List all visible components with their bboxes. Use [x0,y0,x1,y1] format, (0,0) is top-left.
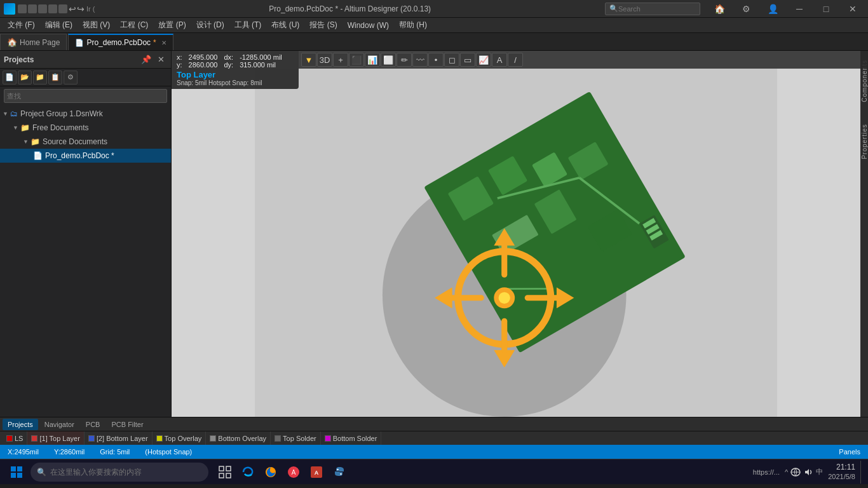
status-panels[interactable]: Panels [836,448,863,456]
menu-reports[interactable]: 报告 (S) [304,18,342,33]
tree-item-group[interactable]: ▼ 🗂 Project Group 1.DsnWrk [0,107,171,121]
bottom-tab-pcb[interactable]: PCB [81,419,105,430]
layer-color-top [31,435,37,442]
layer-bottom-overlay[interactable]: Bottom Overlay [206,431,271,445]
taskbar-clock[interactable]: 21:11 2021/5/8 [828,463,855,482]
status-y[interactable]: Y:2860mil [51,448,87,456]
project-search-input[interactable] [4,89,167,103]
start-button[interactable] [5,461,28,484]
tree-item-free[interactable]: ▼ 📁 Free Documents [0,121,171,135]
pcbdoc-icon: 📄 [33,151,43,160]
close-button[interactable]: ✕ [840,0,865,18]
taskbar-app-task-view[interactable] [214,461,236,484]
tb-icon-5[interactable] [58,4,67,13]
layer-label-ls: LS [15,435,23,442]
layer-top-overlay[interactable]: Top Overlay [153,431,207,445]
panel-toolbar: 📄 📂 📁 📋 ⚙ [0,69,171,86]
tab-home[interactable]: 🏠 Home Page [0,34,67,50]
menu-place[interactable]: 放置 (P) [153,18,191,33]
undo-redo[interactable]: ↩ ↪ [69,4,81,13]
layer-bottom[interactable]: [2] Bottom Layer [85,431,153,445]
panel-tb-btn-2[interactable]: 📂 [18,71,32,85]
pcb-3d-btn[interactable]: 3D [317,53,332,67]
panel-pin-button[interactable]: 📌 [140,53,153,66]
y-value: 2860.000 [189,61,218,69]
taskbar-app-python[interactable] [328,461,351,484]
account-button[interactable]: 👤 [760,0,785,18]
menu-help[interactable]: 帮助 (H) [394,18,432,33]
pcb-rect-btn[interactable]: ▭ [460,53,475,67]
status-grid[interactable]: Grid: 5mil [97,448,132,456]
status-x[interactable]: X:2495mil [5,448,41,456]
pcb-track-btn[interactable]: ⬛ [349,53,364,67]
panel-close-button[interactable]: ✕ [154,53,167,66]
panel-tb-btn-4[interactable]: 📋 [48,71,62,85]
pcb-filter-btn[interactable]: ▼ [301,53,316,67]
taskbar-search-box[interactable]: 🔍 [31,463,208,482]
taskbar-app-edge[interactable] [236,461,259,484]
show-desktop-button[interactable] [860,461,863,484]
canvas-area[interactable]: x: 2495.000 dx: -1285.000 mil y: 2860.00… [172,51,868,417]
svg-rect-33 [219,473,224,478]
taskbar-lang[interactable]: 中 [816,467,823,477]
tb-icon-1[interactable] [18,4,27,13]
pcb-board-svg [172,69,860,417]
taskbar-app-app1[interactable]: A [282,461,305,484]
panel-tb-btn-1[interactable]: 📄 [3,71,17,85]
panel-tb-btn-5[interactable]: ⚙ [64,71,78,85]
pcb-dot-btn[interactable]: • [428,53,444,67]
menu-design[interactable]: 设计 (D) [191,18,229,33]
menu-routing[interactable]: 布线 (U) [266,18,304,33]
search-input[interactable] [618,5,688,13]
search-box[interactable]: 🔍 [605,3,700,15]
app1-icon: A [287,465,301,479]
bottom-tab-navigator[interactable]: Navigator [39,419,79,430]
menu-view[interactable]: 视图 (V) [78,18,115,33]
pcb-text-btn[interactable]: A [492,53,507,67]
menu-project[interactable]: 工程 (C) [115,18,153,33]
taskbar-search-input[interactable] [50,468,190,477]
layer-top[interactable]: [1] Top Layer [27,431,84,445]
tb-icon-2[interactable] [28,4,37,13]
tb-icon-3[interactable] [38,4,47,13]
pcb-pad-btn[interactable]: ◻ [444,53,459,67]
tab-close-button[interactable]: ✕ [161,39,166,46]
panel-actions: 📌 ✕ [140,53,167,66]
titlebar-right: 🔍 🏠 ⚙ 👤 ─ □ ✕ [605,0,868,18]
properties-panel-tab[interactable]: Properties [860,120,869,163]
layer-top-solder[interactable]: Top Solder [271,431,321,445]
maximize-button[interactable]: □ [813,0,839,18]
tb-icon-4[interactable] [48,4,57,13]
bottom-tab-projects[interactable]: Projects [3,419,38,430]
panel-tb-btn-3[interactable]: 📁 [33,71,47,85]
pcb-edit-btn[interactable]: ✏ [397,53,412,67]
main-layout: Projects 📌 ✕ 📄 📂 📁 📋 ⚙ ▼ 🗂 Project Group… [0,51,868,417]
taskbar-tray-chevron[interactable]: ^ [785,468,788,476]
layer-bottom-solder[interactable]: Bottom Solder [321,431,382,445]
svg-text:A: A [292,469,296,476]
pcb-add-btn[interactable]: + [333,53,348,67]
svg-rect-27 [11,466,16,471]
tree-item-pcbdoc[interactable]: 📄 Pro_demo.PcbDoc * [0,149,171,163]
firefox-icon [264,465,278,479]
menu-file[interactable]: 文件 (F) [3,18,40,33]
pcb-wave-btn[interactable]: 〰 [412,53,428,67]
menu-window[interactable]: Window (W) [342,18,394,33]
tab-pcbdoc[interactable]: 📄 Pro_demo.PcbDoc * ✕ [68,34,173,50]
tree-item-source[interactable]: ▼ 📁 Source Documents [0,135,171,149]
task-view-icon [219,466,231,478]
taskbar-app-altium[interactable]: A [305,461,328,484]
taskbar-app-firefox[interactable] [259,461,282,484]
minimize-button[interactable]: ─ [787,0,812,18]
pcb-fill-btn[interactable]: ⬜ [381,53,396,67]
menu-tools[interactable]: 工具 (T) [229,18,267,33]
home-button[interactable]: 🏠 [707,0,732,18]
search-icon: 🔍 [609,4,618,13]
layer-ls[interactable]: LS [3,431,27,445]
pcb-bar-chart-btn[interactable]: 📊 [365,53,380,67]
pcb-line-btn[interactable]: / [508,53,523,67]
menu-edit[interactable]: 编辑 (E) [40,18,78,33]
bottom-tab-pcb-filter[interactable]: PCB Filter [106,419,148,430]
pcb-chart2-btn[interactable]: 📈 [476,53,491,67]
settings-button[interactable]: ⚙ [733,0,759,18]
